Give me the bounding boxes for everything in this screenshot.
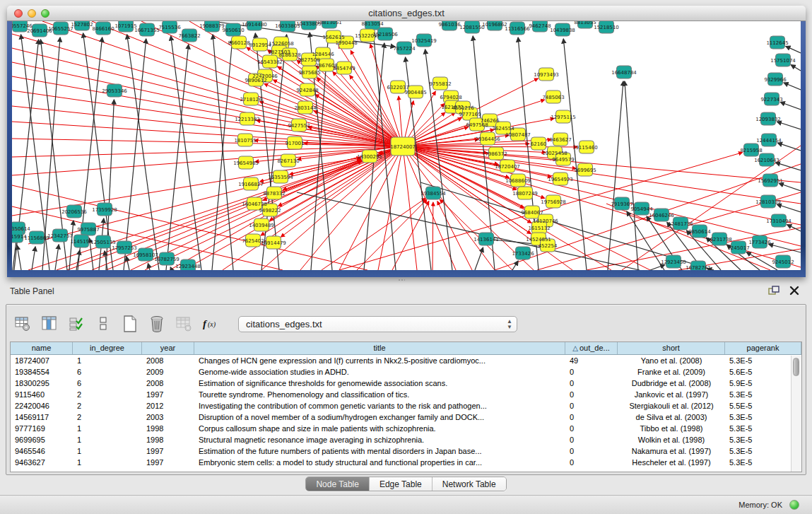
table-panel-body: f(x) citations_edges.txt ▲▼ namein_degre… [6,304,806,475]
svg-text:1071915: 1071915 [114,23,136,29]
delete-table-icon[interactable] [175,315,193,333]
row-chooser-icon[interactable] [94,315,112,333]
table-cell-name: 9115460 [11,389,73,400]
svg-text:18720407: 18720407 [495,164,520,170]
vertical-scrollbar[interactable] [791,356,801,472]
table-cell-title: Changes of HCN gene expression and I(f) … [194,355,565,366]
show-columns-icon[interactable] [40,315,59,333]
svg-text:16671355: 16671355 [134,28,160,33]
table-cell-title: Embryonic stem cells: a model to study s… [194,457,565,468]
svg-text:9777169: 9777169 [459,112,481,117]
table-selector[interactable]: citations_edges.txt ▲▼ [238,316,517,332]
svg-text:8813055: 8813055 [574,21,596,25]
table-cell-pagerank: 5.3E-5 [725,355,801,366]
svg-text:12444154: 12444154 [756,138,782,144]
scrollbar-thumb[interactable] [793,358,799,376]
svg-text:9242848: 9242848 [296,88,318,93]
table-cell-name: 19384554 [11,366,73,378]
column-header-title[interactable]: title [194,342,565,354]
table-row[interactable]: 911546021997Tourette syndrome. Phenomeno… [11,389,801,400]
table-cell-in_degree: 6 [73,366,142,378]
table-cell-name: 22420046 [11,400,73,411]
table-cell-short: Tibbo et al. (1998) [618,423,725,434]
svg-text:8660128: 8660128 [228,40,249,46]
svg-text:10973493: 10973493 [534,72,559,78]
svg-text:29053346: 29053346 [102,88,127,94]
svg-text:15322037: 15322037 [355,33,380,39]
table-row[interactable]: 2242004622012Investigating the contribut… [11,400,801,411]
table-cell-short: Hescheler et al. (1997) [618,457,725,468]
table-cell-short: Jankovic et al. (1997) [618,389,725,400]
tab-node-table[interactable]: Node Table [306,477,370,491]
column-header-in_degree[interactable]: in_degree [73,342,142,354]
table-cell-in_degree: 2 [73,389,142,400]
table-body[interactable]: 1872400712008Changes of HCN gene express… [11,355,801,468]
svg-text:10025458: 10025458 [542,151,567,156]
status-bar: Memory: OK [0,495,812,514]
column-header-out_de[interactable]: △out_de... [565,342,618,354]
table-cell-year: 1998 [142,423,194,434]
svg-text:9227343: 9227343 [760,97,782,103]
svg-text:3624554: 3624554 [492,126,514,132]
svg-text:18807249: 18807249 [512,191,538,197]
table-cell-name: 9777169 [11,423,73,434]
column-header-pagerank[interactable]: pagerank [725,342,801,354]
table-cell-out_de: 0 [565,423,618,434]
table-header-row[interactable]: namein_degreeyeartitle△out_de...shortpag… [11,342,801,355]
memory-status-label: Memory: OK [739,501,782,509]
table-row[interactable]: 977716911998Corpus callosum shape and si… [11,423,801,434]
table-cell-year: 2009 [142,366,194,378]
table-cell-title: Disruption of a novel member of a sodium… [194,411,565,423]
table-row[interactable]: 946362711997Embryonic stem cells: a mode… [11,457,801,468]
table-row[interactable]: 1938455462009Genome-wide association stu… [11,366,801,378]
table-row[interactable]: 1456911722003Disruption of a novel membe… [11,411,801,423]
svg-text:19384554: 19384554 [420,191,446,197]
table-row[interactable]: 1830029562008Estimation of significance … [11,378,801,389]
table-row[interactable]: 946554611997Estimation of the future num… [11,445,801,457]
table-cell-year: 1997 [142,457,194,468]
function-builder-icon[interactable]: f(x) [201,315,220,333]
svg-text:746266: 746266 [481,118,500,124]
svg-text:14136141: 14136141 [473,237,499,243]
svg-text:11156869: 11156869 [24,235,49,241]
column-header-short[interactable]: short [618,342,725,354]
svg-text:4531216: 4531216 [452,105,474,111]
svg-text:10655257: 10655257 [48,26,73,32]
svg-text:12481736: 12481736 [668,221,693,227]
tab-network-table[interactable]: Network Table [433,477,506,491]
svg-text:17957253: 17957253 [112,245,137,251]
network-window-titlebar[interactable]: citations_edges.txt [7,6,806,21]
table-row[interactable]: 969969511998Structural magnetic resonanc… [11,434,801,445]
svg-text:9245012: 9245012 [772,259,794,265]
svg-text:19756928: 19756928 [541,199,566,205]
svg-text:16914479: 16914479 [261,240,286,246]
table-cell-pagerank: 5.3E-5 [725,457,801,468]
network-canvas[interactable]: 2055724620691406106552571527802846616010… [12,21,801,270]
table-mode-icon[interactable] [13,315,32,333]
new-column-icon[interactable] [121,315,139,333]
select-columns-icon[interactable] [67,315,86,333]
table-cell-year: 1997 [142,445,194,457]
svg-text:16914480: 16914480 [242,22,267,28]
table-cell-out_de: 0 [565,457,618,468]
close-panel-icon[interactable] [789,286,799,296]
network-window: citations_edges.txt 20557246206914061065… [7,6,806,277]
svg-text:9875685: 9875685 [298,70,320,76]
window-title: citations_edges.txt [7,8,806,18]
svg-text:19088379: 19088379 [199,23,225,29]
table-cell-out_de: 0 [565,400,618,411]
svg-text:9427552: 9427552 [288,123,310,129]
delete-column-icon[interactable] [148,315,166,333]
svg-text:10439838: 10439838 [550,28,575,33]
column-header-year[interactable]: year [142,342,194,354]
svg-text:12810339: 12810339 [755,199,781,205]
tab-edge-table[interactable]: Edge Table [370,477,433,491]
column-header-name[interactable]: name [11,342,73,354]
svg-text:11316566: 11316566 [505,26,530,32]
node-table[interactable]: namein_degreeyeartitle△out_de...shortpag… [10,341,802,472]
memory-status-icon[interactable] [789,500,799,510]
svg-text:9755812: 9755812 [429,81,451,87]
table-row[interactable]: 1872400712008Changes of HCN gene express… [11,355,801,366]
table-cell-title: Estimation of the future numbers of pati… [194,445,565,457]
float-panel-icon[interactable] [768,286,779,296]
